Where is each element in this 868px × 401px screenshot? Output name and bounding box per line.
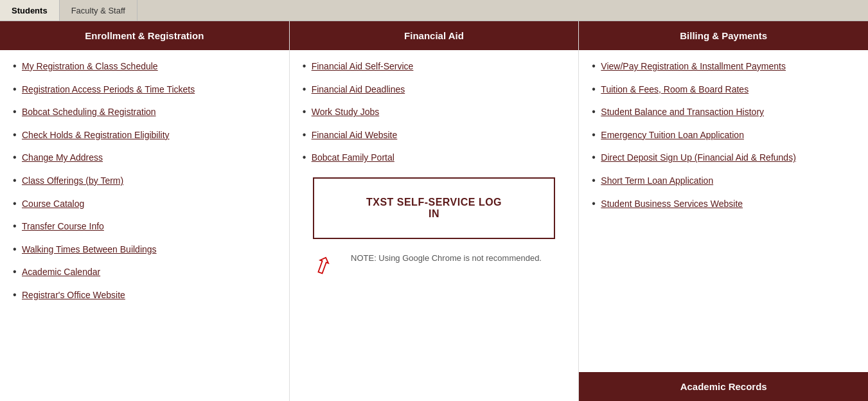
billing-link-list: View/Pay Registration & Installment Paym… bbox=[592, 60, 855, 210]
note-area: ⇧ NOTE: Using Google Chrome is not recom… bbox=[313, 252, 556, 278]
list-item: Course Catalog bbox=[13, 198, 276, 211]
financial-aid-header: Financial Aid bbox=[290, 21, 579, 50]
class-offerings-link[interactable]: Class Offerings (by Term) bbox=[22, 175, 123, 186]
financial-aid-link-list: Financial Aid Self-Service Financial Aid… bbox=[303, 60, 566, 165]
enrollment-link-list: My Registration & Class Schedule Registr… bbox=[13, 60, 276, 302]
chrome-note: NOTE: Using Google Chrome is not recomme… bbox=[337, 252, 556, 265]
nav-students[interactable]: Students bbox=[0, 0, 60, 21]
registration-access-link[interactable]: Registration Access Periods & Time Ticke… bbox=[22, 84, 195, 94]
list-item: Academic Calendar bbox=[13, 266, 276, 279]
list-item: Registrar's Office Website bbox=[13, 289, 276, 302]
list-item: Check Holds & Registration Eligibility bbox=[13, 129, 276, 142]
academic-records-header: Academic Records bbox=[579, 372, 868, 401]
student-balance-link[interactable]: Student Balance and Transaction History bbox=[601, 107, 764, 117]
registrar-website-link[interactable]: Registrar's Office Website bbox=[22, 290, 125, 300]
login-box-text-line1: TXST SELF-SERVICE LOG bbox=[324, 197, 544, 208]
list-item: Short Term Loan Application bbox=[592, 175, 855, 188]
academic-calendar-link[interactable]: Academic Calendar bbox=[22, 267, 100, 277]
list-item: Class Offerings (by Term) bbox=[13, 175, 276, 188]
list-item: Financial Aid Website bbox=[303, 129, 566, 142]
login-box-text-line2: IN bbox=[324, 208, 544, 220]
list-item: Tuition & Fees, Room & Board Rates bbox=[592, 84, 855, 96]
nav-faculty-staff[interactable]: Faculty & Staff bbox=[60, 0, 137, 21]
list-item: View/Pay Registration & Installment Paym… bbox=[592, 60, 855, 73]
student-business-services-link[interactable]: Student Business Services Website bbox=[601, 199, 743, 209]
bobcat-scheduling-link[interactable]: Bobcat Scheduling & Registration bbox=[22, 107, 156, 117]
red-arrow-icon: ⇧ bbox=[309, 252, 335, 280]
emergency-tuition-link[interactable]: Emergency Tuition Loan Application bbox=[601, 130, 744, 140]
list-item: Direct Deposit Sign Up (Financial Aid & … bbox=[592, 152, 855, 165]
billing-body: View/Pay Registration & Installment Paym… bbox=[579, 50, 868, 372]
list-item: Transfer Course Info bbox=[13, 220, 276, 233]
short-term-loan-link[interactable]: Short Term Loan Application bbox=[601, 175, 713, 186]
enrollment-header: Enrollment & Registration bbox=[0, 21, 289, 50]
billing-header: Billing & Payments bbox=[579, 21, 868, 50]
list-item: Financial Aid Deadlines bbox=[303, 84, 566, 96]
billing-column: Billing & Payments View/Pay Registration… bbox=[579, 21, 868, 401]
transfer-course-link[interactable]: Transfer Course Info bbox=[22, 221, 104, 231]
check-holds-link[interactable]: Check Holds & Registration Eligibility bbox=[22, 130, 170, 140]
top-navigation: Students Faculty & Staff bbox=[0, 0, 868, 21]
list-item: Emergency Tuition Loan Application bbox=[592, 129, 855, 142]
my-registration-link[interactable]: My Registration & Class Schedule bbox=[22, 61, 158, 71]
list-item: Registration Access Periods & Time Ticke… bbox=[13, 84, 276, 96]
enrollment-column: Enrollment & Registration My Registratio… bbox=[0, 21, 290, 401]
work-study-jobs-link[interactable]: Work Study Jobs bbox=[312, 107, 380, 117]
list-item: Walking Times Between Buildings bbox=[13, 244, 276, 256]
main-content: Enrollment & Registration My Registratio… bbox=[0, 21, 868, 401]
list-item: Bobcat Family Portal bbox=[303, 152, 566, 165]
financial-aid-deadlines-link[interactable]: Financial Aid Deadlines bbox=[312, 84, 405, 94]
list-item: Work Study Jobs bbox=[303, 106, 566, 119]
direct-deposit-link[interactable]: Direct Deposit Sign Up (Financial Aid & … bbox=[601, 152, 795, 163]
change-address-link[interactable]: Change My Address bbox=[22, 152, 103, 163]
walking-times-link[interactable]: Walking Times Between Buildings bbox=[22, 244, 157, 254]
course-catalog-link[interactable]: Course Catalog bbox=[22, 199, 84, 209]
tuition-fees-link[interactable]: Tuition & Fees, Room & Board Rates bbox=[601, 84, 748, 94]
list-item: Student Balance and Transaction History bbox=[592, 106, 855, 119]
enrollment-body: My Registration & Class Schedule Registr… bbox=[0, 50, 289, 323]
txst-login-box[interactable]: TXST SELF-SERVICE LOG IN bbox=[313, 177, 556, 239]
list-item: My Registration & Class Schedule bbox=[13, 60, 276, 73]
bobcat-family-portal-link[interactable]: Bobcat Family Portal bbox=[312, 152, 394, 163]
view-pay-registration-link[interactable]: View/Pay Registration & Installment Paym… bbox=[601, 61, 786, 71]
list-item: Student Business Services Website bbox=[592, 198, 855, 211]
financial-aid-self-service-link[interactable]: Financial Aid Self-Service bbox=[312, 61, 414, 71]
financial-aid-body: Financial Aid Self-Service Financial Aid… bbox=[290, 50, 579, 288]
financial-aid-column: Financial Aid Financial Aid Self-Service… bbox=[290, 21, 580, 401]
list-item: Financial Aid Self-Service bbox=[303, 60, 566, 73]
financial-aid-website-link[interactable]: Financial Aid Website bbox=[312, 130, 398, 140]
list-item: Change My Address bbox=[13, 152, 276, 165]
list-item: Bobcat Scheduling & Registration bbox=[13, 106, 276, 119]
